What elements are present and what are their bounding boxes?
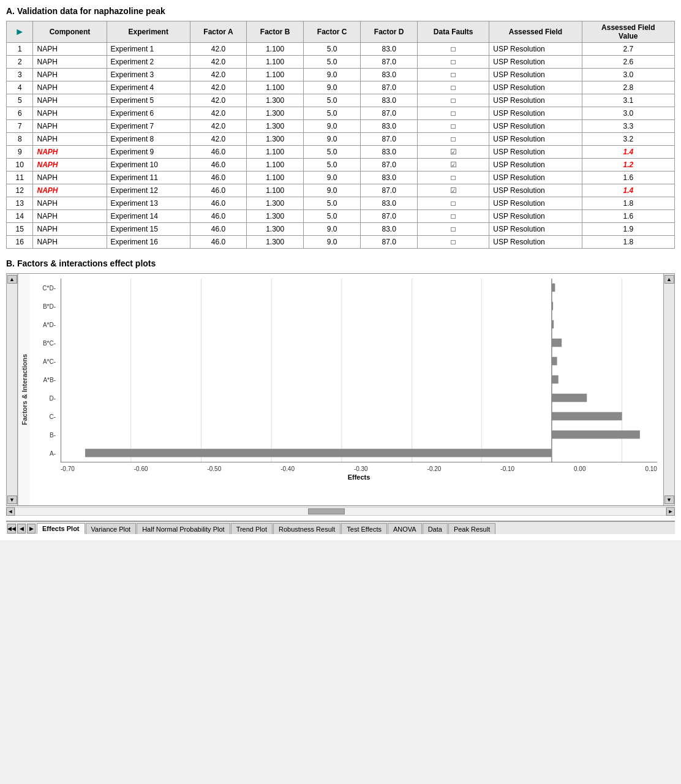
cell-factorC: 5.0 [304, 43, 361, 56]
cell-factorB: 1.300 [247, 223, 304, 236]
tab-data[interactable]: Data [423, 523, 448, 534]
cell-experiment: Experiment 12 [107, 184, 190, 197]
cell-num: 14 [7, 210, 33, 223]
x-axis-labels: -0.70 -0.60 -0.50 -0.40 -0.30 -0.20 -0.1… [61, 466, 657, 472]
tab-trend-plot[interactable]: Trend Plot [231, 523, 273, 534]
scroll-thumb[interactable] [308, 508, 345, 514]
cell-factorA: 42.0 [190, 43, 246, 56]
cell-factorC: 5.0 [304, 159, 361, 172]
cell-component: NAPH [33, 133, 107, 146]
cell-factorC: 9.0 [304, 172, 361, 184]
cell-field: USP Resolution [489, 94, 582, 107]
scroll-up-btn[interactable]: ▲ [7, 275, 17, 284]
cell-factorC: 9.0 [304, 236, 361, 249]
table-row: 10 NAPH Experiment 10 46.0 1.100 5.0 87.… [7, 159, 675, 172]
cell-field: USP Resolution [489, 210, 582, 223]
bar-bd [552, 302, 553, 311]
cell-fault: □ [418, 210, 489, 223]
chart-wrapper: ▲ ▼ Factors & Interactions C*D- B*D- A*D… [6, 273, 675, 506]
cell-factorC: 5.0 [304, 146, 361, 159]
tab-robustness[interactable]: Robustness Result [273, 523, 340, 534]
cell-field: USP Resolution [489, 43, 582, 56]
cell-value: 1.4 [582, 146, 674, 159]
cell-field: USP Resolution [489, 133, 582, 146]
cell-num: 16 [7, 236, 33, 249]
y-label-a: A- [50, 450, 56, 457]
cell-factorC: 5.0 [304, 94, 361, 107]
checkbox-checked: ☑ [450, 160, 457, 169]
cell-factorC: 9.0 [304, 81, 361, 94]
tab-nav-prev[interactable]: ◀ [17, 524, 26, 533]
cell-component: NAPH [33, 94, 107, 107]
cell-factorA: 42.0 [190, 56, 246, 69]
cell-experiment: Experiment 10 [107, 159, 190, 172]
tab-variance-plot[interactable]: Variance Plot [86, 523, 137, 534]
cell-experiment: Experiment 14 [107, 210, 190, 223]
cell-experiment: Experiment 3 [107, 69, 190, 81]
tab-nav-prev-prev[interactable]: ◀◀ [7, 524, 16, 533]
cell-component: NAPH [33, 43, 107, 56]
cell-field: USP Resolution [489, 107, 582, 120]
cell-factorC: 5.0 [304, 210, 361, 223]
tab-effects-plot[interactable]: Effects Plot [37, 523, 85, 534]
scroll-down-btn[interactable]: ▼ [7, 496, 17, 504]
tab-test-effects[interactable]: Test Effects [341, 523, 387, 534]
cell-fault: ☑ [418, 184, 489, 197]
cell-factorA: 42.0 [190, 94, 246, 107]
cell-value: 1.9 [582, 223, 674, 236]
checkbox-unchecked: □ [451, 70, 456, 79]
bottom-scroll-row: ◄ ► [6, 506, 675, 516]
x-label-neg040: -0.40 [280, 466, 295, 472]
bar-ac [552, 357, 557, 366]
cell-field: USP Resolution [489, 69, 582, 81]
checkbox-unchecked: □ [451, 212, 456, 221]
scroll-right-up-btn[interactable]: ▲ [664, 275, 674, 284]
col-header-factorA: Factor A [190, 21, 246, 43]
cell-factorD: 83.0 [361, 43, 418, 56]
scroll-left-btn[interactable]: ◄ [6, 507, 15, 516]
cell-component: NAPH [33, 69, 107, 81]
cell-fault: □ [418, 236, 489, 249]
tab-half-normal[interactable]: Half Normal Probability Plot [137, 523, 230, 534]
cell-factorC: 9.0 [304, 120, 361, 133]
section-b-title: B. Factors & interactions effect plots [6, 258, 675, 268]
tab-nav-next[interactable]: ▶ [27, 524, 36, 533]
x-label-neg060: -0.60 [134, 466, 148, 472]
cell-factorB: 1.100 [247, 184, 304, 197]
cell-factorC: 9.0 [304, 184, 361, 197]
col-header-factorC: Factor C [304, 21, 361, 43]
table-section: A. Validation data for naphazoline peak … [6, 6, 675, 249]
cell-component: NAPH [33, 236, 107, 249]
chart-plot-area: C*D- B*D- A*D- B*C- A*C- A*B- D- C- B- A… [30, 274, 663, 505]
cell-factorB: 1.300 [247, 94, 304, 107]
cell-factorC: 9.0 [304, 133, 361, 146]
cell-factorB: 1.300 [247, 133, 304, 146]
tabs-bar: ◀◀ ◀ ▶ Effects Plot Variance Plot Half N… [6, 521, 675, 534]
cell-factorA: 46.0 [190, 184, 246, 197]
cell-num: 1 [7, 43, 33, 56]
cell-component: NAPH [33, 197, 107, 210]
checkbox-unchecked: □ [451, 109, 456, 118]
tab-peak-result[interactable]: Peak Result [448, 523, 495, 534]
checkbox-unchecked: □ [451, 96, 456, 105]
scroll-track[interactable] [15, 507, 666, 516]
tab-anova[interactable]: ANOVA [388, 523, 422, 534]
cell-component: NAPH [33, 107, 107, 120]
cell-factorB: 1.300 [247, 120, 304, 133]
scroll-right-down-btn[interactable]: ▼ [664, 496, 674, 504]
cell-factorD: 83.0 [361, 69, 418, 81]
cell-component: NAPH [33, 223, 107, 236]
cell-fault: □ [418, 43, 489, 56]
cell-factorB: 1.300 [247, 210, 304, 223]
cell-field: USP Resolution [489, 184, 582, 197]
cell-factorA: 46.0 [190, 210, 246, 223]
cell-num: 12 [7, 184, 33, 197]
cell-experiment: Experiment 4 [107, 81, 190, 94]
checkbox-unchecked: □ [451, 135, 456, 143]
cell-experiment: Experiment 7 [107, 120, 190, 133]
cell-factorD: 83.0 [361, 223, 418, 236]
scroll-right-btn[interactable]: ► [666, 507, 675, 516]
x-label-neg050: -0.50 [207, 466, 221, 472]
cell-value: 2.6 [582, 56, 674, 69]
cell-fault: ☑ [418, 159, 489, 172]
